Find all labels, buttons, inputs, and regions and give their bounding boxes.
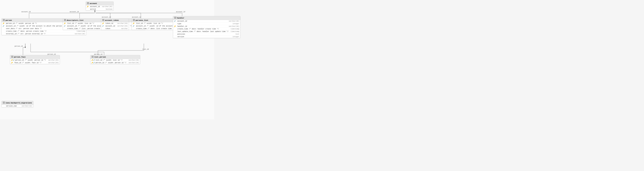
svg-rect-30: [88, 2, 89, 3]
table-row: create_time /* date: person create time …: [2, 30, 86, 32]
table-grid-icon: [11, 56, 13, 58]
svg-rect-53: [11, 56, 12, 56]
column-name: handler_id: [178, 26, 226, 27]
column-icons: 🔑: [64, 23, 66, 24]
column-icons: 🔗: [133, 25, 136, 27]
svg-rect-50: [176, 17, 176, 18]
svg-rect-42: [104, 19, 104, 20]
svg-rect-43: [102, 20, 103, 21]
svg-text:account_id: account_id: [102, 16, 111, 18]
column-type: varchar(36): [229, 26, 239, 27]
foreign-key-icon: 🔗: [2, 25, 4, 27]
table-row: 🔑🔗list_id /* uuid4: list id */varchar(36…: [90, 59, 140, 62]
svg-rect-47: [133, 20, 134, 21]
column-name: person_id /* uuid4: person id */: [15, 59, 46, 61]
table-rows-person_face: 🔑🔗person_id /* uuid4: person id */varcha…: [10, 59, 60, 64]
table-name-label: person_face: [14, 56, 26, 58]
column-name: version: [178, 36, 230, 38]
svg-rect-57: [92, 56, 92, 56]
foreign-key-icon: 🔗: [13, 59, 14, 61]
table-rows-handler: 🔗account_idvarchar(36)typeinteger🔑handle…: [173, 20, 240, 38]
svg-rect-38: [65, 19, 66, 20]
column-icons: 🔑: [87, 6, 90, 8]
foreign-key-icon: 🔗: [64, 25, 66, 27]
table-row: last_update_time /* date: handler last u…: [173, 30, 240, 33]
table-rows-account_token: 🔑token_idvarchar(36)🔗account_idvarchar(3…: [101, 22, 129, 30]
column-name: token: [106, 28, 119, 30]
primary-key-icon: 🔑: [11, 62, 13, 64]
table-grid-icon: [92, 56, 94, 58]
table-row: 🔑account_idvarchar(36): [86, 5, 114, 8]
table-row: activeboolean: [86, 8, 114, 10]
table-account: account🔑account_idvarchar(36)activeboole…: [86, 2, 114, 10]
primary-key-icon: 🔑: [2, 23, 4, 24]
column-icons: 🔗: [174, 20, 177, 22]
table-header-luna_backport3_migrations: luna-backport3_migrations: [2, 101, 33, 105]
table-row: 🔑🔗person_id /* uuid4: person id */varcha…: [10, 59, 60, 62]
column-type: varchar(36): [128, 59, 139, 61]
svg-text:list_id: list_id: [142, 48, 149, 50]
table-grid-icon: [174, 17, 176, 19]
column-name: version_num: [6, 105, 20, 107]
primary-key-icon: 🔑: [91, 62, 93, 64]
column-name: list_id /* uuid4: list id */: [96, 59, 126, 61]
table-luna_backport3_migrations: luna-backport3_migrationsversion_numvarc…: [2, 101, 33, 107]
svg-rect-36: [4, 20, 5, 21]
table-person_face: person_face🔑🔗person_id /* uuid4: person …: [10, 55, 60, 64]
foreign-key-icon: 🔗: [93, 59, 95, 61]
column-type: boolean: [106, 8, 112, 10]
svg-rect-61: [3, 102, 4, 102]
column-name: create_time /* date: person create time …: [6, 30, 74, 32]
column-icons: 🔗: [2, 25, 5, 27]
table-rows-luna_backport3_migrations: version_numvarchar(32): [2, 105, 33, 107]
svg-text:account_id: account_id: [70, 11, 79, 13]
column-icons: 🔗: [64, 25, 66, 27]
table-name-label: list_person: [94, 56, 106, 58]
table-row: create_time /* date: handler create time…: [173, 28, 240, 30]
table-name-label: account_token: [105, 19, 119, 21]
column-name: last_update_time /* date: handler last u…: [178, 30, 228, 32]
svg-rect-33: [3, 19, 4, 20]
svg-rect-58: [93, 56, 94, 56]
svg-rect-59: [92, 57, 92, 58]
column-name: external_id /* str: person external id *…: [6, 33, 72, 35]
table-row: 🔑handler_idvarchar(36): [173, 25, 240, 28]
svg-rect-41: [102, 19, 103, 20]
table-grid-icon: [133, 19, 135, 22]
svg-rect-56: [12, 57, 13, 58]
svg-rect-35: [3, 20, 4, 21]
column-name: account_id: [178, 20, 226, 22]
primary-key-icon: 🔑: [102, 23, 104, 24]
foreign-key-icon: 🔗: [102, 25, 104, 27]
table-row: typeinteger: [173, 22, 240, 25]
table-rows-list_person: 🔑🔗list_id /* uuid4: list id */varchar(36…: [90, 59, 140, 64]
table-header-handler: handler: [173, 16, 240, 20]
table-name-label: descriptors_list: [67, 19, 84, 21]
svg-rect-45: [133, 19, 134, 20]
svg-rect-64: [4, 103, 5, 104]
column-icons: 🔑🔗: [91, 62, 95, 64]
column-name: policies: [178, 33, 233, 35]
svg-rect-51: [174, 18, 175, 19]
column-icons: 🔑: [174, 26, 177, 27]
svg-rect-44: [104, 20, 104, 21]
table-grid-icon: [87, 2, 89, 4]
table-grid-icon: [3, 102, 5, 104]
table-row: version_numvarchar(32): [2, 105, 33, 107]
table-header-person_face: person_face: [10, 55, 60, 59]
svg-rect-34: [4, 19, 5, 20]
column-name: person_id /* uuid4: person id */: [96, 62, 126, 64]
table-list_person: list_person🔑🔗list_id /* uuid4: list id *…: [90, 55, 140, 64]
table-account_token: account_token🔑token_idvarchar(36)🔗accoun…: [101, 18, 129, 30]
column-icons: 🔑: [2, 23, 5, 24]
column-icons: 🔑: [11, 62, 14, 64]
column-type: varchar(36): [117, 22, 128, 24]
table-name-label: person: [6, 19, 12, 21]
table-rows-account: 🔑account_idvarchar(36)activeboolean: [86, 5, 114, 10]
svg-text:person_id: person_id: [14, 46, 23, 47]
column-type: integer: [232, 23, 239, 25]
column-name: active: [90, 8, 104, 10]
table-grid-icon: [64, 19, 66, 22]
foreign-key-icon: 🔗: [174, 20, 176, 22]
column-type: integer: [232, 36, 239, 38]
